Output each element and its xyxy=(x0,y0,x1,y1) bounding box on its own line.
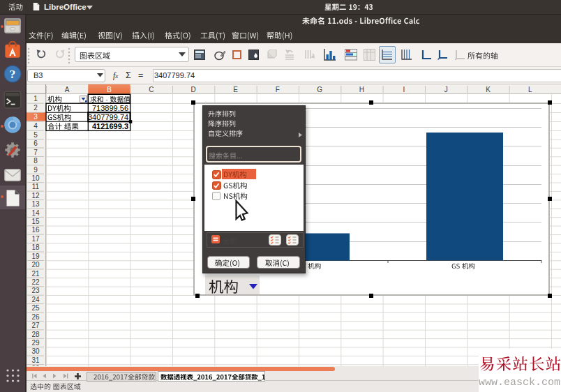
svg-text:19: 19 xyxy=(31,252,40,260)
svg-text:14: 14 xyxy=(31,209,40,217)
svg-text:12: 12 xyxy=(31,192,40,199)
svg-text:11: 11 xyxy=(32,183,40,190)
svg-text:4: 4 xyxy=(33,122,38,130)
svg-text:5: 5 xyxy=(33,131,38,139)
svg-text:10: 10 xyxy=(31,174,40,182)
svg-text:D: D xyxy=(191,86,196,93)
svg-text:1: 1 xyxy=(33,95,38,103)
svg-text:L: L xyxy=(528,86,532,93)
svg-text:I: I xyxy=(403,86,405,93)
svg-text:16: 16 xyxy=(31,226,40,234)
svg-text:31: 31 xyxy=(31,356,40,364)
svg-text:8: 8 xyxy=(33,157,38,165)
svg-text:K: K xyxy=(486,86,491,93)
svg-text:26: 26 xyxy=(31,313,40,321)
svg-text:21: 21 xyxy=(31,270,40,278)
svg-text:6: 6 xyxy=(33,140,38,147)
svg-text:25: 25 xyxy=(31,304,40,312)
svg-text:15: 15 xyxy=(31,218,40,225)
svg-text:18: 18 xyxy=(31,243,40,251)
svg-text:2: 2 xyxy=(33,104,38,112)
svg-text:27: 27 xyxy=(31,322,40,329)
svg-text:23: 23 xyxy=(31,287,40,294)
svg-text:17: 17 xyxy=(31,235,40,243)
svg-text:?: ? xyxy=(10,67,16,81)
svg-text:9: 9 xyxy=(33,166,38,174)
svg-text:J: J xyxy=(444,86,448,93)
svg-text:C: C xyxy=(149,86,154,93)
svg-text:E: E xyxy=(233,86,238,93)
svg-text:20: 20 xyxy=(31,261,40,269)
svg-text:29: 29 xyxy=(31,339,40,347)
svg-text:22: 22 xyxy=(31,278,40,286)
svg-text:7: 7 xyxy=(33,149,38,156)
svg-text:H: H xyxy=(359,86,364,93)
svg-text:28: 28 xyxy=(31,331,40,338)
svg-text:F: F xyxy=(276,86,280,93)
svg-text:24: 24 xyxy=(31,296,40,303)
svg-text:13: 13 xyxy=(31,200,40,208)
svg-text:30: 30 xyxy=(31,347,40,355)
svg-text:G: G xyxy=(317,86,322,93)
svg-text:3: 3 xyxy=(33,113,38,121)
